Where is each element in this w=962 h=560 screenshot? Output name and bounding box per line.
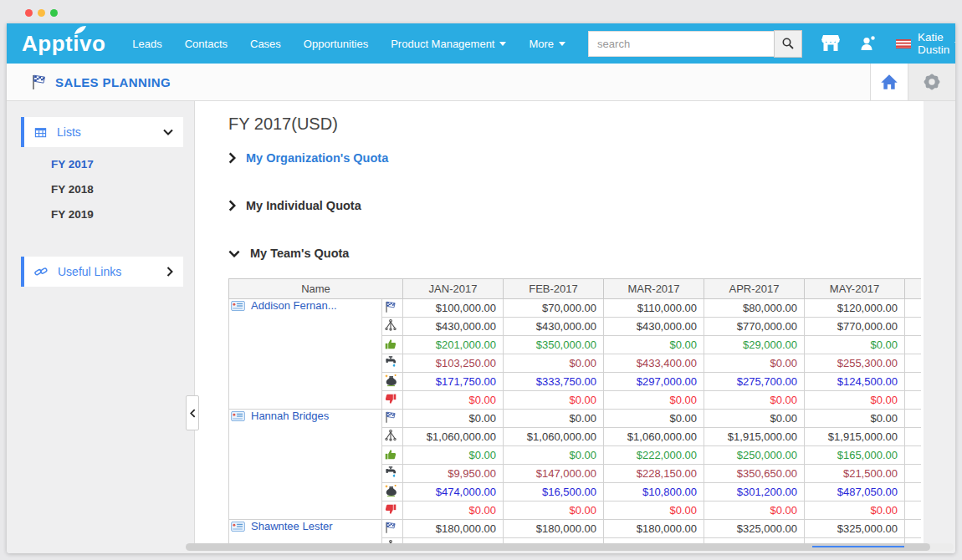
search-button[interactable] <box>774 30 802 58</box>
quota-value-cell[interactable]: $0.00 <box>604 410 704 428</box>
quota-value-cell[interactable]: $0.00 <box>704 391 805 410</box>
minimize-window-button[interactable] <box>38 9 45 17</box>
quota-value-cell[interactable]: $0.00 <box>504 354 604 373</box>
settings-button[interactable] <box>908 64 955 100</box>
sidebar-item-fy-2019[interactable]: FY 2019 <box>51 208 94 221</box>
quota-value-cell[interactable]: $350,000.00 <box>504 336 604 354</box>
quota-value-cell[interactable]: $10,800.00 <box>604 483 704 501</box>
search-input[interactable] <box>588 31 774 57</box>
sidebar-item-fy-2017[interactable]: FY 2017 <box>51 158 94 171</box>
quota-value-cell[interactable]: $325,000.00 <box>805 520 905 538</box>
quota-value-cell[interactable]: $1,060,000.00 <box>504 428 604 446</box>
section-my-teams-quota[interactable]: My Team's Quota <box>228 247 349 260</box>
sidebar-collapse-handle[interactable] <box>186 395 199 430</box>
quota-value-cell[interactable]: $103,250.00 <box>403 354 504 373</box>
quota-value-cell[interactable]: $301,200.00 <box>704 483 805 501</box>
quota-value-cell[interactable]: $21,500.00 <box>805 465 905 483</box>
quota-value-cell[interactable]: $297,000.00 <box>604 373 704 391</box>
quota-value-cell[interactable]: $0.00 <box>704 354 805 373</box>
quota-value-cell[interactable]: $433,400.00 <box>604 354 704 373</box>
section-my-individual-quota[interactable]: My Individual Quota <box>228 199 361 212</box>
quota-value-cell[interactable]: $0.00 <box>604 336 704 354</box>
quota-value-cell[interactable]: $180,000.00 <box>604 520 704 538</box>
quota-value-cell[interactable]: $80,000.00 <box>704 299 805 318</box>
main-content: FY 2017(USD) My Organization's Quota My … <box>194 101 924 549</box>
nav-item-leads[interactable]: Leads <box>132 38 161 50</box>
nav-item-product-management[interactable]: Product Management <box>391 38 506 50</box>
quota-value-cell[interactable]: $0.00 <box>403 410 504 428</box>
sidebar-item-lists[interactable]: Lists <box>21 117 183 147</box>
quota-value-cell[interactable]: $1,060,000.00 <box>403 428 504 446</box>
home-button[interactable] <box>870 64 908 100</box>
apptivo-logo[interactable]: Apptivo <box>22 31 105 57</box>
quota-value-cell[interactable]: $9,950.00 <box>403 465 504 483</box>
quota-value-cell[interactable]: $16,500.00 <box>504 483 604 501</box>
quota-value-cell[interactable]: $250,000.00 <box>704 446 805 465</box>
quota-value-cell[interactable]: $0.00 <box>604 391 704 410</box>
quota-value-cell[interactable]: $487,050.00 <box>805 483 905 501</box>
chevron-right-icon <box>228 200 236 211</box>
quota-value-cell[interactable]: $0.00 <box>805 501 905 520</box>
user-menu[interactable]: Katie Dustin <box>896 31 955 56</box>
table-row: Shawntee Lester$180,000.00$180,000.00$18… <box>229 520 922 538</box>
quota-value-cell[interactable]: $333,750.00 <box>504 373 604 391</box>
quota-value-cell[interactable]: $0.00 <box>704 410 805 428</box>
sidebar-item-useful-links[interactable]: Useful Links <box>21 257 183 287</box>
us-flag-icon <box>896 39 911 48</box>
quota-value-cell[interactable]: $430,000.00 <box>504 318 604 336</box>
quota-value-cell[interactable]: $325,000.00 <box>704 520 805 538</box>
quota-value-cell[interactable]: $100,000.00 <box>403 299 504 318</box>
quota-value-cell[interactable]: $29,000.00 <box>704 336 805 354</box>
quota-value-cell[interactable]: $222,000.00 <box>604 446 704 465</box>
user-activity-button[interactable] <box>859 35 878 52</box>
close-window-button[interactable] <box>25 9 33 17</box>
quota-value-cell[interactable]: $0.00 <box>805 336 905 354</box>
quota-value-cell[interactable]: $430,000.00 <box>604 318 704 336</box>
quota-value-cell[interactable]: $430,000.00 <box>403 318 504 336</box>
quota-value-cell[interactable]: $110,000.00 <box>604 299 704 318</box>
quota-value-cell[interactable]: $70,000.00 <box>504 299 604 318</box>
quota-value-cell[interactable]: $0.00 <box>704 501 805 520</box>
quota-value-cell[interactable]: $474,000.00 <box>403 483 504 501</box>
nav-item-more[interactable]: More <box>529 38 565 50</box>
quota-value-cell[interactable]: $147,000.00 <box>504 465 604 483</box>
quota-value-cell[interactable]: $1,060,000.00 <box>604 428 704 446</box>
team-member-link[interactable]: Addison Fernan... <box>251 299 337 312</box>
quota-value-cell[interactable]: $0.00 <box>504 446 604 465</box>
partial-column-cell <box>905 428 922 446</box>
quota-value-cell[interactable]: $0.00 <box>805 391 905 410</box>
team-member-link[interactable]: Shawntee Lester <box>251 520 333 532</box>
quota-value-cell[interactable]: $0.00 <box>403 391 504 410</box>
quota-value-cell[interactable]: $171,750.00 <box>403 373 504 391</box>
quota-value-cell[interactable]: $0.00 <box>604 501 704 520</box>
app-store-button[interactable] <box>821 34 841 53</box>
quota-value-cell[interactable]: $124,500.00 <box>805 373 905 391</box>
nav-item-contacts[interactable]: Contacts <box>185 38 228 50</box>
quota-value-cell[interactable]: $255,300.00 <box>805 354 905 373</box>
quota-value-cell[interactable]: $0.00 <box>504 410 604 428</box>
quota-value-cell[interactable]: $1,915,000.00 <box>704 428 805 446</box>
quota-value-cell[interactable]: $0.00 <box>504 501 604 520</box>
quota-value-cell[interactable]: $120,000.00 <box>805 299 905 318</box>
quota-value-cell[interactable]: $180,000.00 <box>504 520 604 538</box>
quota-value-cell[interactable]: $1,915,000.00 <box>805 428 905 446</box>
quota-value-cell[interactable]: $0.00 <box>403 446 504 465</box>
sidebar-item-fy-2018[interactable]: FY 2018 <box>51 183 94 196</box>
quota-value-cell[interactable]: $275,700.00 <box>704 373 805 391</box>
quota-value-cell[interactable]: $201,000.00 <box>403 336 504 354</box>
quota-value-cell[interactable]: $228,150.00 <box>604 465 704 483</box>
quota-value-cell[interactable]: $0.00 <box>805 410 905 428</box>
quota-value-cell[interactable]: $770,000.00 <box>805 318 905 336</box>
team-member-link[interactable]: Hannah Bridges <box>251 410 329 422</box>
quota-value-cell[interactable]: $165,000.00 <box>805 446 905 465</box>
quota-value-cell[interactable]: $180,000.00 <box>403 520 504 538</box>
nav-item-opportunities[interactable]: Opportunities <box>304 38 368 50</box>
quota-value-cell[interactable]: $0.00 <box>403 501 504 520</box>
quota-value-cell[interactable]: $0.00 <box>504 391 604 410</box>
maximize-window-button[interactable] <box>50 9 58 17</box>
column-header-month: MAR-2017 <box>604 279 704 299</box>
nav-item-cases[interactable]: Cases <box>250 38 281 50</box>
quota-value-cell[interactable]: $770,000.00 <box>704 318 805 336</box>
section-my-organizations-quota[interactable]: My Organization's Quota <box>228 151 388 165</box>
quota-value-cell[interactable]: $350,650.00 <box>704 465 805 483</box>
